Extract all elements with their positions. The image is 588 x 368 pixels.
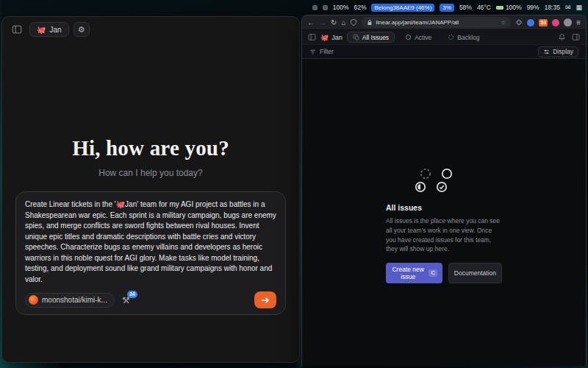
tab-active[interactable]: Active: [399, 32, 437, 43]
todo-status-icon: [441, 168, 453, 180]
profile-avatar[interactable]: [564, 18, 572, 26]
filter-icon: [309, 49, 316, 55]
workspace-label[interactable]: 🐙 Jan: [320, 34, 343, 41]
jan-app-window: 🐙 Jan ⚙ Hi, how are you? How can I help …: [1, 16, 300, 363]
system-status-bar: 100% 62% Belong38AAE9 (46%) 3% 58% 46°C …: [301, 1, 587, 13]
filter-button[interactable]: Filter: [309, 48, 334, 55]
extension-badge-count[interactable]: 53: [539, 19, 548, 26]
model-selector[interactable]: moonshotai/kimi-k...: [25, 293, 115, 308]
notifications-bell-icon[interactable]: [558, 33, 566, 41]
send-button[interactable]: [254, 291, 276, 308]
workspace-name: Jan: [331, 34, 343, 41]
tray-icon[interactable]: [323, 5, 328, 10]
address-bar[interactable]: linear.app/jani/team/JANAPP/all ☆: [362, 17, 511, 28]
settings-button[interactable]: ⚙: [74, 22, 90, 37]
team-selector[interactable]: 🐙 Jan: [29, 22, 69, 37]
all-issues-icon: [353, 34, 359, 40]
composer-toolbar: moonshotai/kimi-k... ⚒ 24: [25, 291, 276, 308]
documentation-button[interactable]: Documentation: [448, 263, 502, 283]
linear-filter-row: Filter Display: [302, 44, 586, 59]
status-temperature: 46°C: [477, 4, 491, 11]
extensions-puzzle-icon[interactable]: [515, 19, 523, 26]
url-text: linear.app/jani/team/JANAPP/all: [376, 19, 459, 26]
status-brightness: 62%: [354, 4, 366, 11]
in-progress-status-icon: [415, 181, 426, 193]
status-battery: 100%: [496, 4, 522, 11]
reload-button[interactable]: ↻: [331, 19, 337, 26]
status-disk: 58%: [459, 4, 472, 11]
tools-count-badge: 24: [127, 291, 137, 298]
backlog-status-icon: [420, 168, 431, 180]
browser-menu-icon[interactable]: ≡: [576, 18, 581, 26]
extension-icon-blue[interactable]: [527, 19, 534, 26]
linear-header: 🐙 Jan All Issues Active Bac: [302, 30, 586, 44]
home-button[interactable]: ⌂: [341, 19, 345, 26]
greeting-heading: Hi, how are you?: [2, 136, 299, 160]
display-button[interactable]: Display: [538, 46, 578, 57]
lock-icon: [367, 19, 373, 26]
display-sliders-icon: [543, 49, 550, 55]
tab-backlog[interactable]: Backlog: [442, 32, 485, 43]
tab-all-issues[interactable]: All Issues: [347, 32, 395, 43]
linear-main-panel: All issues All issues is the place where…: [302, 59, 586, 366]
model-name-label: moonshotai/kimi-k...: [42, 296, 107, 304]
empty-state-title: All issues: [386, 203, 502, 212]
greeting-subtitle: How can I help you today?: [2, 168, 299, 178]
desktop-background: 🐙 Jan ⚙ Hi, how are you? How can I help …: [0, 0, 588, 368]
status-illustration-row2: [415, 181, 502, 193]
empty-state-actions: Create new issue C Documentation: [386, 263, 502, 283]
jan-empty-chat: Hi, how are you? How can I help you toda…: [2, 136, 299, 315]
team-emoji-icon: 🐙: [37, 26, 46, 34]
extension-icon-red[interactable]: [552, 19, 559, 26]
sidebar-toggle-button[interactable]: [9, 22, 25, 37]
status-clock: 18:35: [545, 4, 560, 11]
done-status-icon: [436, 181, 448, 193]
team-name-label: Jan: [49, 26, 61, 34]
jan-topbar: 🐙 Jan ⚙: [2, 17, 299, 42]
chat-composer: Create Linear tickets in the '🐙Jan' team…: [15, 191, 286, 315]
create-new-issue-button[interactable]: Create new issue C: [386, 263, 442, 283]
arrow-right-icon: [261, 297, 270, 304]
model-provider-icon: [29, 295, 38, 305]
chat-input[interactable]: Create Linear tickets in the '🐙Jan' team…: [25, 199, 276, 285]
tray-icon[interactable]: [312, 5, 318, 10]
sidebar-icon: [12, 24, 22, 35]
status-memory: 99%: [527, 4, 539, 11]
bookmark-star-icon[interactable]: ☆: [501, 19, 506, 26]
battery-icon: [496, 6, 503, 10]
status-cpu-badge: 3%: [440, 4, 454, 12]
active-icon: [405, 34, 412, 40]
app-grid-icon[interactable]: ▦: [576, 4, 582, 11]
right-panel-toggle-icon[interactable]: [572, 33, 580, 41]
workspace-emoji-icon: 🐙: [320, 34, 329, 41]
linear-sidebar-toggle[interactable]: [308, 33, 316, 41]
browser-window: ← → ↻ ⌂ linear.app/jani/team/JANAPP/all …: [301, 15, 587, 366]
gear-icon: ⚙: [78, 25, 85, 35]
status-illustration-row1: [420, 168, 502, 180]
shield-icon[interactable]: [350, 18, 357, 26]
mail-icon[interactable]: ✉: [565, 4, 571, 11]
status-network-badge[interactable]: Belong38AAE9 (46%): [371, 4, 434, 12]
browser-toolbar: ← → ↻ ⌂ linear.app/jani/team/JANAPP/all …: [302, 15, 586, 30]
back-button[interactable]: ←: [307, 19, 315, 26]
empty-state-description: All issues is the place where you can se…: [386, 216, 502, 254]
status-volume: 100%: [333, 4, 349, 11]
tools-button[interactable]: ⚒ 24: [122, 295, 130, 305]
shortcut-badge: C: [429, 269, 437, 277]
forward-button[interactable]: →: [319, 19, 326, 26]
all-issues-empty-state: All issues All issues is the place where…: [386, 168, 502, 283]
backlog-icon: [448, 34, 454, 40]
